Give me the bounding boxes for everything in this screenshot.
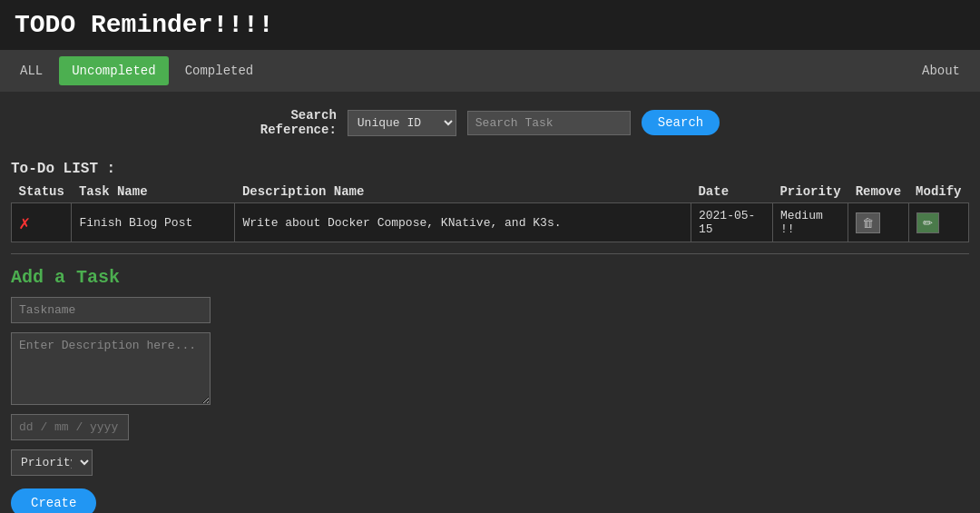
status-x-icon[interactable]: ✗ (19, 213, 30, 234)
row-status[interactable]: ✗ (12, 203, 72, 242)
add-task-heading: Add a Task (11, 267, 969, 288)
app-header: TODO Reminder!!!! (0, 0, 980, 50)
create-button[interactable]: Create (11, 488, 96, 513)
nav-item-all[interactable]: ALL (7, 56, 55, 85)
date-input[interactable] (11, 414, 129, 440)
row-modify-cell: ✏ (908, 203, 968, 242)
row-priority: Medium !! (772, 203, 848, 242)
nav-item-completed[interactable]: Completed (172, 56, 267, 85)
row-description: Write about Docker Compose, KNative, and… (235, 203, 691, 242)
table-row: ✗ Finish Blog Post Write about Docker Co… (12, 203, 969, 242)
divider (11, 253, 969, 254)
priority-select[interactable]: Priority Low Medium High (11, 449, 93, 476)
search-input[interactable] (467, 111, 631, 135)
todo-list-heading: To-Do LIST : (11, 161, 969, 177)
table-header-row: Status Task Name Description Name Date P… (12, 181, 969, 203)
todo-table: Status Task Name Description Name Date P… (11, 181, 969, 242)
col-header-taskname: Task Name (72, 181, 235, 203)
search-reference-select[interactable]: Unique ID Task Name Description (348, 110, 456, 136)
row-taskname: Finish Blog Post (72, 203, 235, 242)
col-header-modify: Modify (908, 181, 968, 203)
col-header-date: Date (691, 181, 772, 203)
modify-button[interactable]: ✏ (916, 212, 939, 233)
nav-bar: ALL Uncompleted Completed About (0, 50, 980, 92)
nav-item-uncompleted[interactable]: Uncompleted (59, 56, 168, 85)
description-textarea[interactable] (11, 332, 211, 405)
search-section: Search Reference: Unique ID Task Name De… (0, 92, 980, 153)
col-header-priority: Priority (772, 181, 848, 203)
row-remove-cell: 🗑 (848, 203, 908, 242)
main-content: To-Do LIST : Status Task Name Descriptio… (0, 153, 980, 513)
row-date: 2021-05-15 (691, 203, 772, 242)
remove-button[interactable]: 🗑 (856, 212, 880, 233)
col-header-status: Status (12, 181, 72, 203)
search-button[interactable]: Search (642, 110, 720, 135)
search-label: Search Reference: (260, 108, 337, 137)
col-header-remove: Remove (848, 181, 908, 203)
col-header-description: Description Name (235, 181, 691, 203)
app-title: TODO Reminder!!!! (15, 11, 274, 39)
nav-about[interactable]: About (909, 56, 973, 85)
taskname-input[interactable] (11, 297, 211, 323)
